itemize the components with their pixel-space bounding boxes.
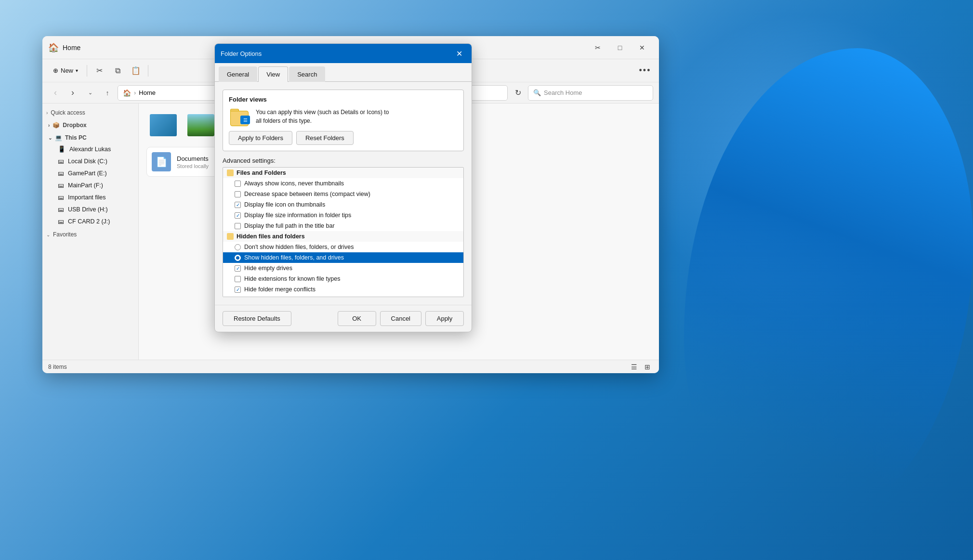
ok-button[interactable]: OK [338, 311, 376, 326]
option-dont-show-hidden[interactable]: Don't show hidden files, folders, or dri… [223, 242, 463, 252]
advanced-label: Advanced settings: [223, 157, 464, 164]
sidebar-item-gamepart[interactable]: 🖴 GamePart (E:) [44, 167, 136, 179]
folder-icon-large: ☰ [229, 107, 250, 126]
documents-icon: 📄 [152, 152, 171, 171]
dialog-titlebar: Folder Options ✕ [215, 44, 472, 63]
sidebar-item-local-disk[interactable]: 🖴 Local Disk (C:) [44, 155, 136, 167]
category-files-folders: Files and Folders [223, 168, 463, 178]
items-count: 8 [48, 364, 52, 370]
sidebar-item-mainpart[interactable]: 🖴 MainPart (F:) [44, 179, 136, 191]
category-hidden: Hidden files and folders [223, 231, 463, 242]
dialog-content: Folder views ☰ You can apply this view (… [215, 82, 472, 305]
folder-overlay: ☰ [240, 116, 250, 124]
sidebar-section-this-pc: ⌄ 💻 This PC 📱 Alexandr Lukas 🖴 Local Dis… [42, 132, 138, 227]
sidebar-item-cfcard[interactable]: 🖴 CF CARD 2 (J:) [44, 215, 136, 227]
checkbox-always-icons[interactable] [235, 181, 241, 187]
folder-views-title: Folder views [229, 96, 458, 103]
chevron-right-icon: › [46, 110, 48, 116]
minimize-button[interactable]: ✂ [587, 40, 609, 55]
option-hide-extensions[interactable]: Hide extensions for known file types [223, 273, 463, 284]
checkbox-empty-drives[interactable] [235, 265, 241, 272]
option-label-protected: Hide protected operating system files (R… [244, 297, 390, 297]
checkbox-full-path[interactable] [235, 223, 241, 229]
folder-thumb-2[interactable] [184, 111, 218, 139]
status-items: 8 items [48, 364, 67, 370]
option-always-show-icons[interactable]: Always show icons, never thumbnails [223, 178, 463, 189]
quick-access-label: Quick access [51, 109, 85, 116]
option-hide-empty-drives[interactable]: Hide empty drives [223, 263, 463, 273]
titlebar-controls: ✂ □ ✕ [587, 40, 653, 55]
folder-thumb-1[interactable] [146, 111, 180, 139]
drive-icon-h: 🖴 [58, 206, 64, 213]
thumb-img-1 [150, 114, 177, 136]
search-box[interactable]: 🔍 Search Home [528, 85, 653, 101]
status-right: ☰ ⊞ [628, 361, 653, 373]
apply-to-folders-button[interactable]: Apply to Folders [229, 131, 292, 145]
option-hide-protected[interactable]: Hide protected operating system files (R… [223, 295, 463, 297]
option-full-path[interactable]: Display the full path in the title bar [223, 221, 463, 231]
sidebar-item-usb[interactable]: 🖴 USB Drive (H:) [44, 203, 136, 215]
drive-icon-f: 🖴 [58, 182, 64, 189]
thumb-img-2 [187, 114, 214, 136]
maximize-button[interactable]: □ [609, 40, 631, 55]
option-file-size-info[interactable]: Display file size information in folder … [223, 210, 463, 221]
this-pc-icon: 💻 [55, 134, 62, 141]
list-view-button[interactable]: ☰ [628, 361, 640, 373]
folder-views-body: ☰ You can apply this view (such as Detai… [229, 107, 458, 126]
tab-general[interactable]: General [219, 66, 257, 82]
folder-views-description: You can apply this view (such as Details… [256, 108, 458, 125]
new-dropdown-icon: ▾ [76, 68, 78, 73]
option-hide-merge[interactable]: Hide folder merge conflicts [223, 284, 463, 295]
dropbox-icon: 📦 [53, 122, 60, 129]
copy-button[interactable]: ⧉ [109, 63, 126, 79]
dialog-close-button[interactable]: ✕ [452, 47, 466, 60]
new-button[interactable]: ⊕ New ▾ [48, 63, 83, 79]
settings-list[interactable]: Files and Folders Always show icons, nev… [223, 167, 464, 297]
checkbox-file-size[interactable] [235, 212, 241, 219]
sidebar-section-favorites: ⌄ Favorites [42, 229, 138, 240]
option-compact-view[interactable]: Decrease space between items (compact vi… [223, 189, 463, 199]
option-file-icon-thumbnails[interactable]: Display file icon on thumbnails [223, 199, 463, 210]
dialog-footer-right: OK Cancel Apply [338, 311, 464, 326]
option-show-hidden[interactable]: Show hidden files, folders, and drives [223, 252, 463, 263]
drive-icon-j: 🖴 [58, 218, 64, 225]
more-button[interactable]: ••• [637, 63, 653, 79]
category-files-folders-label: Files and Folders [237, 169, 286, 176]
checkbox-compact[interactable] [235, 191, 241, 197]
sidebar-item-alexandr[interactable]: 📱 Alexandr Lukas [44, 143, 136, 155]
checkbox-extensions[interactable] [235, 276, 241, 282]
restore-defaults-button[interactable]: Restore Defaults [223, 311, 291, 326]
close-button[interactable]: ✕ [631, 40, 653, 55]
hidden-category-icon [227, 233, 234, 240]
option-label-dont-show: Don't show hidden files, folders, or dri… [244, 244, 354, 250]
checkbox-protected[interactable] [235, 297, 241, 298]
reset-folders-button[interactable]: Reset Folders [296, 131, 354, 145]
grid-view-button[interactable]: ⊞ [642, 361, 653, 373]
explorer-statusbar: 8 items ☰ ⊞ [42, 360, 659, 373]
drive-icon-c: 🖴 [58, 157, 64, 165]
checkbox-file-icon[interactable] [235, 202, 241, 208]
cancel-button[interactable]: Cancel [380, 311, 421, 326]
checkbox-merge[interactable] [235, 287, 241, 293]
paste-button[interactable]: 📋 [128, 63, 144, 79]
advanced-settings-section: Advanced settings: Files and Folders Alw… [223, 157, 464, 297]
new-icon: ⊕ [53, 67, 58, 74]
sidebar-item-dropbox[interactable]: › 📦 Dropbox [42, 120, 138, 130]
tab-view[interactable]: View [258, 66, 288, 82]
forward-button[interactable]: › [66, 86, 80, 100]
tab-search[interactable]: Search [289, 66, 325, 82]
sidebar-item-favorites[interactable]: ⌄ Favorites [42, 229, 138, 240]
sidebar-item-important[interactable]: 🖴 Important files [44, 191, 136, 203]
radio-dont-show[interactable] [235, 244, 241, 250]
option-label-full-path: Display the full path in the title bar [244, 222, 335, 229]
radio-show-hidden[interactable] [235, 255, 241, 261]
up-button[interactable]: ↑ [100, 86, 115, 100]
cut-button[interactable]: ✂ [91, 63, 107, 79]
apply-button[interactable]: Apply [425, 311, 464, 326]
back-button[interactable]: ‹ [48, 86, 63, 100]
dropdown-button[interactable]: ⌄ [83, 86, 97, 100]
sidebar-item-quick-access[interactable]: › Quick access [42, 107, 138, 118]
sidebar-item-this-pc[interactable]: ⌄ 💻 This PC [42, 132, 138, 143]
refresh-button[interactable]: ↻ [511, 86, 525, 100]
titlebar-left: 🏠 Home [48, 42, 80, 53]
